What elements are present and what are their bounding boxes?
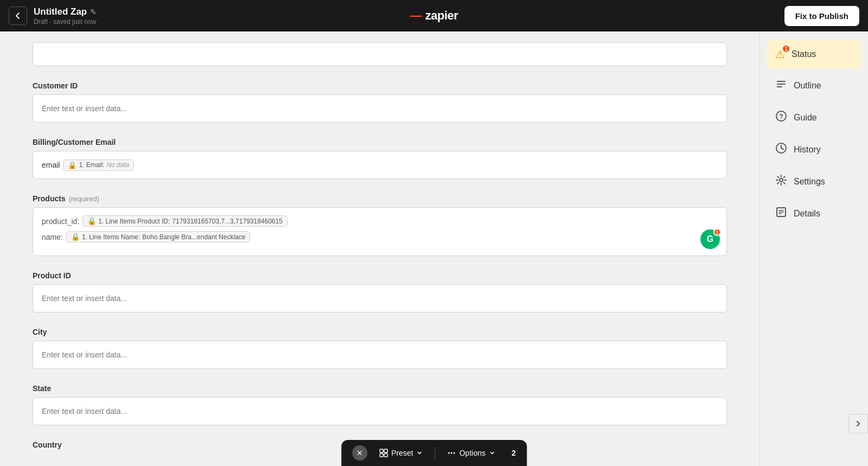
svg-point-17: [454, 452, 455, 454]
product-id-section: Product ID: [33, 271, 727, 312]
preset-icon: [379, 449, 388, 457]
product-id-tag: 🔒 1. Line Items Product ID: 717931816570…: [82, 215, 288, 227]
sidebar-outline-label: Outline: [794, 81, 821, 91]
fix-to-publish-button[interactable]: Fix to Publish: [784, 6, 859, 26]
g-badge[interactable]: G 1: [700, 229, 720, 249]
sidebar-item-settings[interactable]: Settings: [767, 167, 861, 196]
product-name-row: name: 🔒 1. Line Items Name: Boho Bangle …: [42, 231, 718, 242]
products-section: Products (required) product_id: 🔒 1. Lin…: [33, 194, 727, 256]
email-prefix: email: [42, 161, 60, 169]
options-label: Options: [459, 449, 486, 457]
svg-text:?: ?: [779, 112, 783, 120]
product-id-lock-icon: 🔒: [87, 217, 96, 225]
details-icon: [775, 206, 787, 221]
product-id-tag-label: 1. Line Items Product ID:: [98, 218, 170, 225]
header-left: Untitled Zap ✎ Draft · saved just now: [9, 7, 97, 25]
sidebar-expand-button[interactable]: [848, 414, 868, 433]
sidebar-item-guide[interactable]: ? Guide: [767, 103, 861, 132]
product-id-row: product_id: 🔒 1. Line Items Product ID: …: [42, 215, 718, 227]
product-id-field-text-input[interactable]: [42, 294, 718, 303]
back-button[interactable]: [9, 7, 27, 25]
main-layout: Customer ID Billing/Customer Email email…: [0, 31, 868, 466]
sidebar-guide-label: Guide: [794, 113, 817, 123]
state-label: State: [33, 384, 727, 393]
sidebar-status-label: Status: [792, 49, 816, 59]
g-badge-notification: 1: [713, 228, 721, 236]
billing-email-label: Billing/Customer Email: [33, 138, 727, 146]
billing-email-section: Billing/Customer Email email 🔒 1. Email:…: [33, 138, 727, 179]
g-badge-letter: G: [707, 234, 713, 244]
zapier-logo: — zapier: [410, 9, 458, 23]
outline-icon: [775, 78, 787, 93]
header-title-main: Untitled Zap ✎: [34, 7, 97, 17]
product-id-field-label: Product ID: [33, 271, 727, 280]
edit-icon[interactable]: ✎: [90, 8, 97, 16]
toolbar-options-button[interactable]: Options: [442, 445, 501, 461]
email-field-content: email 🔒 1. Email: No data: [42, 159, 134, 171]
product-name-tag: 🔒 1. Line Items Name: Boho Bangle Bra...…: [66, 231, 251, 242]
email-tag-value: No data: [106, 161, 129, 169]
customer-id-label: Customer ID: [33, 81, 727, 90]
preset-chevron-icon: [417, 450, 423, 456]
zapier-logo-container: — zapier: [410, 9, 458, 23]
city-input[interactable]: [33, 341, 727, 369]
top-partial-field: [33, 42, 727, 66]
toolbar-divider: [435, 446, 436, 459]
sidebar-details-label: Details: [794, 209, 820, 219]
logo-dash: —: [410, 9, 422, 23]
billing-email-input[interactable]: email 🔒 1. Email: No data: [33, 151, 727, 179]
city-text-input[interactable]: [42, 350, 718, 359]
products-field[interactable]: product_id: 🔒 1. Line Items Product ID: …: [33, 207, 727, 256]
product-id-field-input[interactable]: [33, 284, 727, 312]
svg-point-15: [448, 452, 450, 454]
main-content: Customer ID Billing/Customer Email email…: [0, 31, 760, 466]
right-sidebar: ⚠ Status 1 Outline ? Guide: [760, 31, 868, 466]
svg-rect-14: [384, 454, 387, 457]
city-section: City: [33, 328, 727, 369]
sidebar-item-history[interactable]: History: [767, 135, 861, 164]
toolbar-preset-button[interactable]: Preset: [374, 445, 428, 461]
sidebar-item-details[interactable]: Details: [767, 199, 861, 228]
state-section: State: [33, 384, 727, 425]
close-icon: ✕: [356, 449, 363, 457]
products-label-text: Products: [33, 194, 66, 203]
product-name-lock-icon: 🔒: [71, 233, 80, 241]
settings-icon: [775, 174, 787, 189]
guide-icon: ?: [775, 110, 787, 125]
svg-point-6: [780, 178, 783, 182]
email-tag-lock-icon: 🔒: [68, 161, 76, 169]
email-data-tag: 🔒 1. Email: No data: [63, 159, 134, 171]
logo-text: zapier: [425, 9, 458, 23]
svg-rect-13: [380, 454, 383, 457]
customer-id-section: Customer ID: [33, 81, 727, 123]
status-notification-badge: 1: [782, 44, 790, 53]
options-chevron-icon: [489, 450, 495, 456]
sidebar-item-status[interactable]: ⚠ Status 1: [767, 40, 861, 68]
state-input[interactable]: [33, 397, 727, 425]
state-text-input[interactable]: [42, 407, 718, 416]
city-label: City: [33, 328, 727, 336]
customer-id-text-input[interactable]: [42, 104, 718, 113]
sidebar-settings-label: Settings: [794, 177, 825, 187]
products-required: (required): [69, 195, 99, 203]
product-id-key: product_id:: [42, 217, 79, 226]
bottom-toolbar: ✕ Preset Options 2: [341, 440, 527, 466]
preset-label: Preset: [391, 449, 413, 457]
zap-name: Untitled Zap: [34, 7, 87, 17]
options-icon: [448, 449, 456, 457]
customer-id-input[interactable]: [33, 94, 727, 123]
header-title: Untitled Zap ✎ Draft · saved just now: [34, 7, 97, 25]
header: Untitled Zap ✎ Draft · saved just now — …: [0, 0, 868, 31]
toolbar-close-button[interactable]: ✕: [352, 445, 367, 461]
sidebar-item-outline[interactable]: Outline: [767, 71, 861, 100]
svg-rect-12: [384, 449, 387, 452]
svg-point-16: [451, 452, 452, 454]
svg-rect-11: [380, 449, 383, 452]
email-tag-label: 1. Email:: [79, 161, 104, 169]
product-name-key: name:: [42, 233, 63, 241]
products-label: Products (required): [33, 194, 727, 203]
product-name-tag-label: 1. Line Items Name:: [82, 233, 140, 241]
draft-status: Draft · saved just now: [34, 18, 97, 25]
product-name-tag-value: Boho Bangle Bra...endant Necklace: [142, 233, 245, 241]
history-icon: [775, 142, 787, 157]
